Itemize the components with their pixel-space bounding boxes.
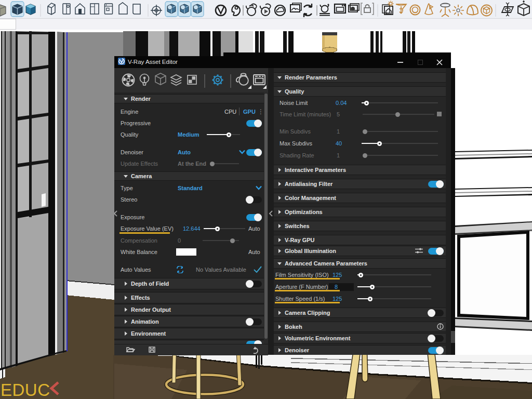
svg-text:EDUC: EDUC xyxy=(1,380,50,399)
